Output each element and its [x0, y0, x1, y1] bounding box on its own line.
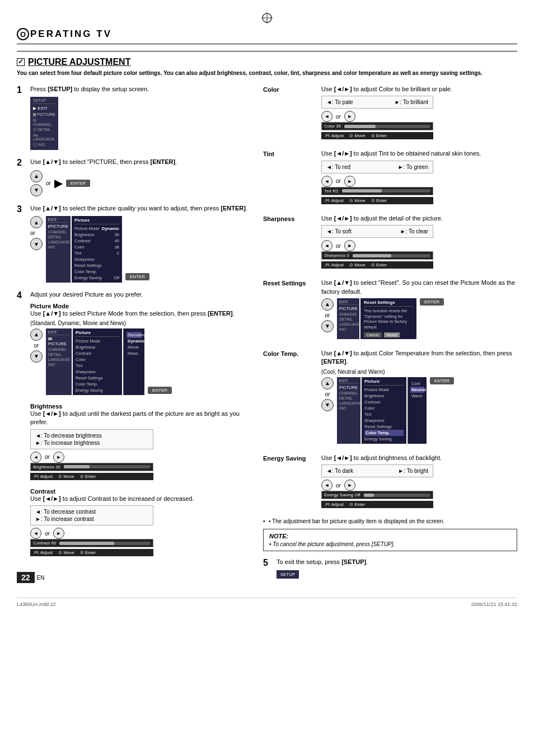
- step-3: 3 Use [▲/▼] to select the picture qualit…: [17, 204, 252, 283]
- color-bar: [344, 125, 430, 128]
- section-heading: PICTURE ADJUSTMENT You can select from f…: [17, 57, 517, 77]
- contrast-ctrl-adjust: 🎮 Adjust: [34, 550, 53, 555]
- reset-label: Reset Settings: [263, 279, 313, 287]
- color-right-btn[interactable]: ►: [344, 111, 355, 122]
- color-slider: Color 36: [321, 122, 433, 130]
- pm-sidebar: EXIT PICTURE CHANNEL DETAIL LANGUAGE INO: [46, 328, 72, 395]
- brightness-ctrl-enter: ⊙ Enter: [80, 474, 96, 479]
- tint-or: or: [336, 178, 341, 184]
- energy-saving-content: Use [◄/►] to adjust brightness of backli…: [321, 454, 517, 508]
- brightness-left-btn[interactable]: ◄: [30, 452, 41, 463]
- brightness-or: or: [45, 454, 50, 460]
- contrast-left-btn[interactable]: ◄: [30, 528, 41, 539]
- reset-enter-btn[interactable]: ENTER: [420, 298, 444, 306]
- step-5-text: To exit the setup, press [SETUP].: [277, 558, 517, 566]
- tint-slider-controls: 🎮 Adjust ⊙ Move ⊙ Enter: [321, 197, 433, 204]
- sharpness-slider-controls: 🎮 Adjust ⊙ Move ⊙ Enter: [321, 261, 433, 269]
- step-2-text: Use [▲/▼] to select "PICTURE, then press…: [30, 158, 252, 166]
- footer-file-info: L4360UA.indd 22: [17, 602, 56, 607]
- step-2-controls: ▲ ▼ or ▶ ENTER: [30, 170, 252, 196]
- energy-controls: ◄ or ►: [321, 480, 517, 491]
- tint-label: Tint: [263, 149, 313, 157]
- sharpness-slider-label: Sharpness 0: [324, 253, 349, 258]
- top-crosshair: [17, 11, 517, 26]
- ct-sidebar: EXIT PICTURE CHANNEL DETAIL LANGUAGE INO: [337, 377, 360, 444]
- reset-dialog-title: Reset Settings: [364, 300, 413, 307]
- color-fill: [344, 125, 375, 128]
- step-5: 5 To exit the setup, press [SETUP]. SETU…: [263, 558, 517, 578]
- page-number-area: 22 EN: [17, 572, 252, 583]
- page-title: PERATING TV: [30, 29, 112, 40]
- pm-enter-btn[interactable]: ENTER: [148, 387, 172, 394]
- ct-enter-btn[interactable]: ENTER: [430, 377, 454, 384]
- contrast-bar: [59, 542, 151, 545]
- step-2-number: 2: [17, 158, 27, 168]
- step-3-content: Use [▲/▼] to select the picture quality …: [30, 204, 252, 283]
- brightness-left-label: ◄: To decrease brightness: [35, 433, 102, 439]
- tint-right-btn[interactable]: ►: [344, 176, 355, 187]
- color-text: Use [◄/►] to adjust Color to be brillian…: [321, 85, 517, 93]
- sharpness-right-btn[interactable]: ►: [344, 240, 355, 251]
- picture-mode-controls: ▲ or ▼ EXIT PICTURE CHANNEL DETAIL LANGU…: [30, 328, 252, 395]
- page-number: 22: [17, 572, 35, 583]
- sharpness-ctrl-move: ⊙ Move: [349, 262, 366, 267]
- energy-left-btn[interactable]: ◄: [321, 480, 332, 491]
- tint-left-btn[interactable]: ◄: [321, 176, 332, 187]
- color-left-btn[interactable]: ◄: [321, 111, 332, 122]
- reset-text: Use [▲/▼] to select "Reset". So you can …: [321, 279, 517, 296]
- contrast-slider-label: Contrast 60: [33, 541, 56, 546]
- locale-label: EN: [37, 575, 45, 581]
- step3-enter-btn[interactable]: ENTER: [125, 273, 149, 280]
- brightness-right-btn[interactable]: ►: [53, 452, 64, 463]
- color-content: Use [◄/►] to adjust Color to be brillian…: [321, 85, 517, 139]
- pm-down-btn[interactable]: ▼: [30, 350, 43, 363]
- tint-bar: [342, 189, 431, 192]
- energy-saving-section: Energy Saving Use [◄/►] to adjust bright…: [263, 454, 517, 508]
- contrast-right-btn[interactable]: ►: [53, 528, 64, 539]
- contrast-ctrl-enter: ⊙ Enter: [80, 550, 96, 555]
- right-column: Color Use [◄/►] to adjust Color to be br…: [263, 85, 517, 586]
- sharpness-content: Use [◄/►] to adjust the detail of the pi…: [321, 214, 517, 269]
- reset-up-btn[interactable]: ▲: [321, 298, 334, 311]
- color-ctrl-enter: ⊙ Enter: [371, 133, 387, 138]
- reset-down-btn[interactable]: ▼: [321, 320, 334, 332]
- step3-up-btn[interactable]: ▲: [30, 216, 43, 228]
- contrast-left-label: ◄: To decrease contrast: [35, 509, 96, 515]
- pm-menu: EXIT PICTURE CHANNEL DETAIL LANGUAGE INO…: [46, 328, 144, 395]
- setup-menu-sidebar: SETUP ▶ EXIT PICTURE ⊞ CHANNEL ⊡ DETAIL …: [30, 97, 58, 150]
- ct-down-btn[interactable]: ▼: [321, 399, 334, 411]
- brightness-subsection: Brightness Use [◄/►] to adjust until the…: [30, 403, 252, 480]
- reset-cancel-btn[interactable]: Cancel: [364, 332, 382, 337]
- step3-down-btn[interactable]: ▼: [30, 238, 43, 250]
- contrast-or: or: [45, 530, 50, 537]
- checkbox-icon: [17, 58, 25, 66]
- color-left-label: ◄: To pale: [326, 99, 353, 105]
- step-2-content: Use [▲/▼] to select "PICTURE, then press…: [30, 158, 252, 196]
- brightness-slider-label: Brightness 30: [33, 464, 60, 469]
- tint-ctrl-adjust: 🎮 Adjust: [325, 198, 344, 203]
- tint-controls: ◄ or ►: [321, 176, 517, 187]
- up-arrow-btn[interactable]: ▲: [30, 170, 43, 182]
- energy-right-btn[interactable]: ►: [344, 480, 355, 491]
- enter-btn[interactable]: ENTER: [66, 180, 90, 187]
- contrast-slider-controls: 🎮 Adjust ⊙ Move ⊙ Enter: [30, 549, 153, 556]
- sharpness-ctrl-enter: ⊙ Enter: [371, 262, 387, 267]
- color-temp-options-note: (Cool, Neutral and Warm): [321, 369, 517, 375]
- color-ctrl-adjust: 🎮 Adjust: [325, 133, 344, 138]
- step-1-text: Press [SETUP] to display the setup scree…: [30, 85, 252, 93]
- tint-slider-label: Tint R2: [324, 189, 339, 194]
- pm-or: or: [34, 342, 39, 349]
- sharpness-right-label: ►: To clear: [400, 228, 428, 234]
- color-slider-label: Color 36: [324, 124, 341, 129]
- ct-up-btn[interactable]: ▲: [321, 377, 334, 389]
- sharpness-or: or: [336, 243, 341, 249]
- contrast-slider: Contrast 60: [30, 539, 153, 547]
- down-arrow-btn[interactable]: ▼: [30, 184, 43, 196]
- reset-confirm-btn[interactable]: Reset: [384, 332, 400, 337]
- pm-up-btn[interactable]: ▲: [30, 328, 43, 341]
- tint-content: Use [◄/►] to adjust Tint to be obtained …: [321, 149, 517, 204]
- sharpness-left-btn[interactable]: ◄: [321, 240, 332, 251]
- tint-fill: [342, 189, 382, 192]
- reset-dialog-buttons: Cancel Reset: [364, 332, 413, 337]
- adjustment-note: • The adjustment bar for picture quality…: [263, 518, 517, 524]
